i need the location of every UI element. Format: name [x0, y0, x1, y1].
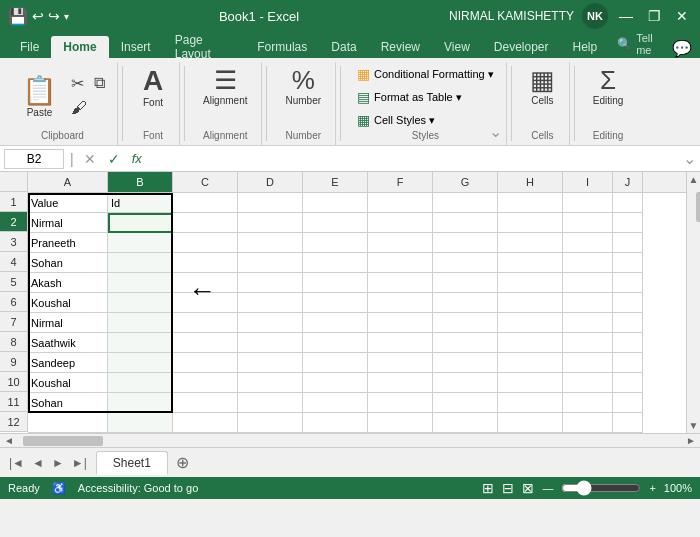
cell-J3[interactable]: [613, 233, 643, 253]
save-icon[interactable]: 💾: [8, 7, 28, 26]
view-page-break-icon[interactable]: ⊠: [522, 480, 534, 496]
cell-F5[interactable]: [368, 273, 433, 293]
cell-D11[interactable]: [238, 393, 303, 413]
tab-home[interactable]: Home: [51, 36, 108, 58]
cell-J5[interactable]: [613, 273, 643, 293]
cell-I11[interactable]: [563, 393, 613, 413]
col-header-c[interactable]: C: [173, 172, 238, 192]
cell-G2[interactable]: [433, 213, 498, 233]
cell-F10[interactable]: [368, 373, 433, 393]
cell-I5[interactable]: [563, 273, 613, 293]
cell-F8[interactable]: [368, 333, 433, 353]
undo-btn[interactable]: ↩: [32, 8, 44, 24]
cell-E1[interactable]: [303, 193, 368, 213]
cell-G1[interactable]: [433, 193, 498, 213]
cell-C12[interactable]: [173, 413, 238, 433]
cell-D1[interactable]: [238, 193, 303, 213]
scroll-down-button[interactable]: ▼: [687, 418, 700, 433]
cell-C8[interactable]: [173, 333, 238, 353]
view-page-layout-icon[interactable]: ⊟: [502, 480, 514, 496]
cell-C9[interactable]: [173, 353, 238, 373]
col-header-a[interactable]: A: [28, 172, 108, 192]
row-num-10[interactable]: 10: [0, 372, 27, 392]
cell-B6[interactable]: [108, 293, 173, 313]
cell-A9[interactable]: Sandeep: [28, 353, 108, 373]
cell-B3[interactable]: [108, 233, 173, 253]
cell-F6[interactable]: [368, 293, 433, 313]
cell-D12[interactable]: [238, 413, 303, 433]
tell-me-field[interactable]: 🔍 Tell me: [609, 30, 672, 58]
h-scroll-right-button[interactable]: ►: [682, 433, 700, 447]
cell-G6[interactable]: [433, 293, 498, 313]
corner-cell[interactable]: [0, 172, 28, 192]
horizontal-scrollbar[interactable]: ◄ ►: [0, 433, 700, 447]
row-num-8[interactable]: 8: [0, 332, 27, 352]
cell-C4[interactable]: [173, 253, 238, 273]
restore-button[interactable]: ❐: [644, 6, 664, 26]
sheet-next-button[interactable]: ►: [49, 454, 67, 472]
cell-E11[interactable]: [303, 393, 368, 413]
tab-developer[interactable]: Developer: [482, 36, 561, 58]
redo-btn[interactable]: ↪: [48, 8, 60, 24]
cell-F12[interactable]: [368, 413, 433, 433]
tab-insert[interactable]: Insert: [109, 36, 163, 58]
tab-review[interactable]: Review: [369, 36, 432, 58]
zoom-minus-button[interactable]: —: [542, 482, 553, 494]
row-num-9[interactable]: 9: [0, 352, 27, 372]
cell-styles-button[interactable]: ▦ Cell Styles ▾: [353, 110, 439, 130]
cell-B11[interactable]: [108, 393, 173, 413]
sheet-first-button[interactable]: |◄: [6, 454, 27, 472]
format-as-table-button[interactable]: ▤ Format as Table ▾: [353, 87, 466, 107]
cell-I3[interactable]: [563, 233, 613, 253]
cell-F9[interactable]: [368, 353, 433, 373]
cell-J12[interactable]: [613, 413, 643, 433]
cell-H4[interactable]: [498, 253, 563, 273]
cell-H9[interactable]: [498, 353, 563, 373]
cell-D5[interactable]: [238, 273, 303, 293]
cell-C7[interactable]: [173, 313, 238, 333]
formula-expand-button[interactable]: ⌄: [683, 149, 696, 168]
cell-E10[interactable]: [303, 373, 368, 393]
cell-H1[interactable]: [498, 193, 563, 213]
cell-I2[interactable]: [563, 213, 613, 233]
cell-E9[interactable]: [303, 353, 368, 373]
tab-formulas[interactable]: Formulas: [245, 36, 319, 58]
insert-function-button[interactable]: fx: [128, 151, 146, 166]
cell-C10[interactable]: [173, 373, 238, 393]
col-header-d[interactable]: D: [238, 172, 303, 192]
cell-J6[interactable]: [613, 293, 643, 313]
font-button[interactable]: A Font: [135, 64, 171, 111]
row-num-1[interactable]: 1: [0, 192, 27, 212]
new-sheet-button[interactable]: ⊕: [168, 451, 197, 474]
name-box[interactable]: [4, 149, 64, 169]
cell-E4[interactable]: [303, 253, 368, 273]
cell-C2[interactable]: [173, 213, 238, 233]
cell-J4[interactable]: [613, 253, 643, 273]
cell-I12[interactable]: [563, 413, 613, 433]
cell-J1[interactable]: [613, 193, 643, 213]
cell-A3[interactable]: Praneeth: [28, 233, 108, 253]
zoom-slider[interactable]: [561, 480, 641, 496]
h-scroll-track[interactable]: [18, 434, 682, 447]
cell-H6[interactable]: [498, 293, 563, 313]
cell-E3[interactable]: [303, 233, 368, 253]
col-header-b[interactable]: B: [108, 172, 173, 192]
tab-file[interactable]: File: [8, 36, 51, 58]
cell-H8[interactable]: [498, 333, 563, 353]
cell-E7[interactable]: [303, 313, 368, 333]
col-header-e[interactable]: E: [303, 172, 368, 192]
cell-C1[interactable]: [173, 193, 238, 213]
cell-D10[interactable]: [238, 373, 303, 393]
row-num-11[interactable]: 11: [0, 392, 27, 412]
cell-C5[interactable]: [173, 273, 238, 293]
conditional-formatting-button[interactable]: ▦ Conditional Formatting ▾: [353, 64, 498, 84]
cell-A2[interactable]: Nirmal: [28, 213, 108, 233]
row-num-2[interactable]: 2: [0, 212, 27, 232]
cell-E8[interactable]: [303, 333, 368, 353]
cell-F3[interactable]: [368, 233, 433, 253]
cell-I4[interactable]: [563, 253, 613, 273]
cell-A12[interactable]: [28, 413, 108, 433]
cell-C3[interactable]: [173, 233, 238, 253]
cell-G10[interactable]: [433, 373, 498, 393]
help-chat-icon[interactable]: 💬: [672, 39, 692, 58]
